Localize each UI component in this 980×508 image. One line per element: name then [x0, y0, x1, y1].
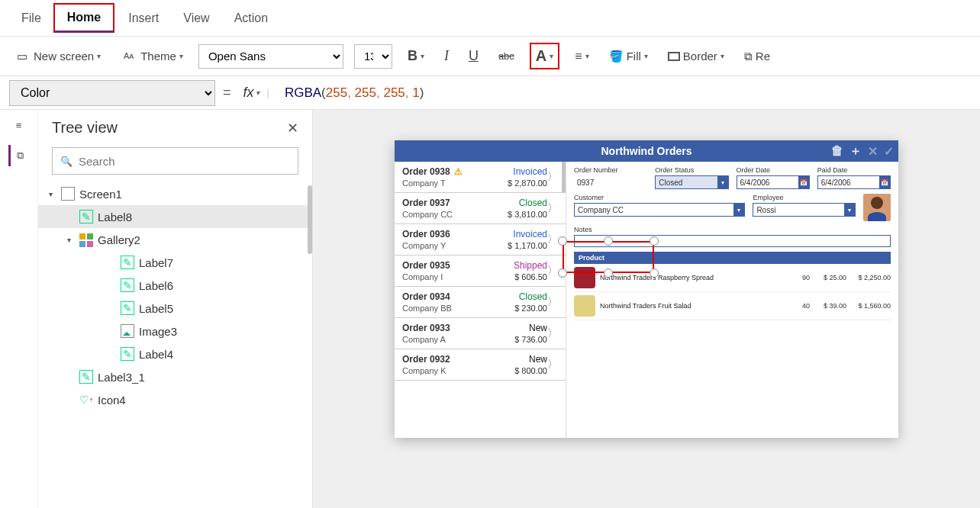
field-order-status[interactable]: Closed▾ [655, 175, 728, 189]
app-preview: Northwind Orders 🗑 ＋ ✕ ✓ Order 0938 ⚠Inv… [395, 140, 898, 438]
order-row[interactable]: Order 0933New〉Company A$ 736.00 [395, 318, 566, 349]
new-screen-button[interactable]: ▭ New screen ▾ [9, 45, 105, 68]
font-select[interactable]: Open Sans [198, 44, 343, 69]
menu-action[interactable]: Action [222, 5, 280, 31]
label-employee: Employee [753, 194, 856, 201]
theme-icon: Aᴀ [121, 48, 137, 65]
label-notes: Notes [574, 226, 891, 233]
label-order-date: Order Date [737, 166, 810, 174]
tree-list: ▾Screen1✎Label8▾Gallery2✎Label7✎Label6✎L… [38, 182, 312, 508]
font-size-select[interactable]: 13 [354, 44, 392, 69]
canvas: Northwind Orders 🗑 ＋ ✕ ✓ Order 0938 ⚠Inv… [313, 110, 980, 508]
employee-avatar [863, 194, 891, 221]
app-title: Northwind Orders [601, 145, 691, 157]
tree-node-label5[interactable]: ✎Label5 [38, 297, 312, 320]
chevron-right-icon[interactable]: 〉 [547, 233, 558, 246]
menu-insert[interactable]: Insert [116, 5, 171, 31]
order-row[interactable]: Order 0936Invoiced〉Company Y$ 1,170.00 [395, 224, 566, 256]
tree-node-label: Image3 [139, 325, 177, 338]
tree-node-label: Label6 [139, 279, 173, 292]
tree-node-label: Label3_1 [98, 371, 145, 384]
menu-home[interactable]: Home [53, 3, 114, 33]
tree-node-label: Label7 [139, 256, 173, 269]
field-order-number: 0937 [574, 175, 647, 189]
label-customer: Customer [574, 194, 745, 201]
hamburger-icon[interactable]: ≡ [8, 114, 30, 136]
border-icon [668, 52, 680, 61]
equals-label: = [223, 85, 231, 101]
tree-node-label4[interactable]: ✎Label4 [38, 342, 312, 365]
chevron-down-icon: ▾ [179, 52, 183, 60]
tree-node-label: Label4 [139, 348, 173, 361]
tree-node-label: Screen1 [79, 188, 122, 201]
order-row[interactable]: Order 0938 ⚠Invoiced〉Company T$ 2,870.00 [395, 162, 566, 193]
tree-node-label7[interactable]: ✎Label7 [38, 251, 312, 274]
chevron-right-icon[interactable]: 〉 [547, 326, 558, 340]
menu-bar: File Home Insert View Action [0, 0, 980, 37]
border-button[interactable]: Border▾ [663, 47, 729, 66]
italic-button[interactable]: I [440, 45, 453, 67]
cancel-icon[interactable]: ✕ [868, 144, 878, 159]
chevron-right-icon[interactable]: 〉 [547, 295, 558, 309]
trash-icon[interactable]: 🗑 [831, 144, 843, 158]
chevron-right-icon[interactable]: 〉 [547, 264, 558, 278]
formula-input[interactable]: RGBA(255, 255, 255, 1) [277, 85, 424, 101]
product-row[interactable]: Northwind Traders Fruit Salad40$ 39.00$ … [574, 292, 891, 320]
label-order-status: Order Status [655, 166, 728, 174]
property-select[interactable]: Color [9, 80, 215, 106]
align-icon: ≡ [575, 50, 582, 63]
tree-view-icon[interactable]: ⧉ [8, 145, 30, 166]
field-employee[interactable]: Rossi▾ [753, 203, 856, 217]
order-row[interactable]: Order 0937Closed〉Company CC$ 3,810.00 [395, 193, 566, 224]
tree-node-icon4[interactable]: ♡+Icon4 [38, 388, 312, 411]
search-input[interactable] [79, 155, 290, 168]
font-color-button[interactable]: A▾ [530, 43, 559, 69]
order-row[interactable]: Order 0934Closed〉Company BB$ 230.00 [395, 287, 566, 318]
order-row[interactable]: Order 0935Shipped〉Company I$ 606.50 [395, 256, 566, 287]
theme-button[interactable]: Aᴀ Theme ▾ [116, 45, 188, 68]
strikethrough-button[interactable]: abc [494, 47, 519, 65]
app-title-bar: Northwind Orders 🗑 ＋ ✕ ✓ [395, 140, 898, 162]
border-label: Border [683, 50, 717, 63]
reorder-button[interactable]: ⧉Re [740, 47, 775, 66]
chevron-right-icon[interactable]: 〉 [547, 201, 558, 215]
scrollbar-thumb[interactable] [308, 185, 312, 254]
reorder-icon: ⧉ [744, 50, 753, 63]
scrollbar-thumb[interactable] [562, 162, 566, 192]
plus-icon[interactable]: ＋ [849, 143, 862, 159]
menu-file[interactable]: File [9, 5, 53, 31]
theme-label: Theme [140, 50, 176, 63]
bold-button[interactable]: B▾ [403, 45, 429, 67]
fill-button[interactable]: 🪣Fill▾ [604, 47, 653, 66]
chevron-right-icon[interactable]: 〉 [547, 170, 558, 184]
tree-search[interactable]: 🔍 [52, 147, 298, 175]
underline-button[interactable]: U [464, 45, 483, 67]
fill-label: Fill [627, 50, 641, 63]
menu-view[interactable]: View [171, 5, 221, 31]
tree-node-gallery2[interactable]: ▾Gallery2 [38, 228, 312, 251]
close-icon[interactable]: ✕ [287, 120, 298, 137]
tree-node-image3[interactable]: Image3 [38, 320, 312, 342]
order-detail: Order Number0937 Order StatusClosed▾ Ord… [566, 162, 898, 438]
selection-handles[interactable] [563, 241, 654, 273]
chevron-down-icon: ▾ [97, 52, 101, 60]
new-screen-icon: ▭ [14, 48, 31, 65]
chevron-right-icon[interactable]: 〉 [547, 358, 558, 371]
order-list[interactable]: Order 0938 ⚠Invoiced〉Company T$ 2,870.00… [395, 162, 566, 438]
check-icon[interactable]: ✓ [884, 144, 894, 159]
tree-node-label: Gallery2 [98, 233, 140, 246]
left-rail: ≡ ⧉ [0, 110, 38, 508]
align-button[interactable]: ≡▾ [570, 47, 593, 66]
field-customer[interactable]: Company CC▾ [574, 203, 745, 217]
label-paid-date: Paid Date [817, 166, 891, 174]
product-header[interactable]: Product [574, 252, 891, 264]
order-row[interactable]: Order 0932New〉Company K$ 800.00 [395, 349, 566, 381]
tree-node-label8[interactable]: ✎Label8 [38, 205, 312, 228]
tree-node-label3_1[interactable]: ✎Label3_1 [38, 365, 312, 388]
fx-button[interactable]: fx▾ [243, 85, 260, 101]
tree-node-screen1[interactable]: ▾Screen1 [38, 182, 312, 205]
field-paid-date[interactable]: 6/4/2006📅 [817, 175, 891, 189]
tree-node-label6[interactable]: ✎Label6 [38, 274, 312, 297]
field-order-date[interactable]: 6/4/2006📅 [737, 175, 810, 189]
label-order-number: Order Number [574, 166, 647, 174]
